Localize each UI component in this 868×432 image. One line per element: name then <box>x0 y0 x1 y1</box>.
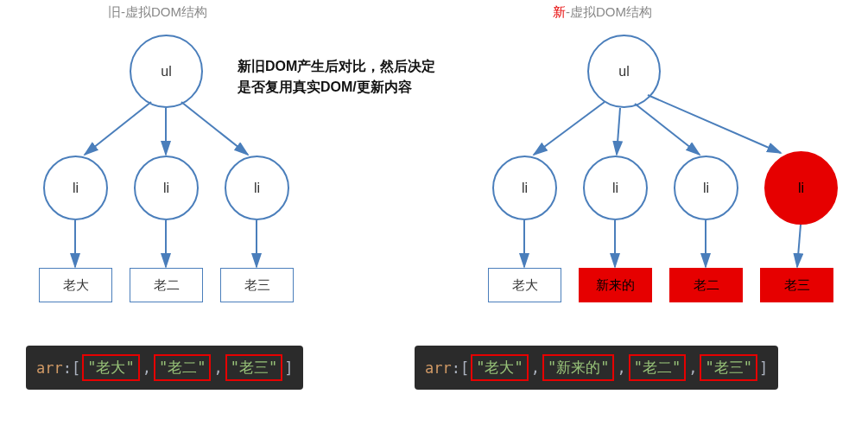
vdom-diff-diagram: 旧-虚拟DOM结构 新-虚拟DOM结构 新旧DOM产生后对比，然后决定 是否复用… <box>0 0 868 432</box>
code-sep: , <box>531 359 540 377</box>
code-sep: , <box>688 359 697 377</box>
old-code-val-1: "老二" <box>154 354 211 381</box>
code-sep: , <box>213 359 222 377</box>
code-open: [ <box>460 359 469 377</box>
old-ul-node: ul <box>130 35 203 108</box>
new-title: 新-虚拟DOM结构 <box>553 4 652 21</box>
new-code-val-3: "老三" <box>700 354 757 381</box>
new-code-val-0: "老大" <box>471 354 528 381</box>
code-sep: , <box>143 359 151 377</box>
new-label-2-changed: 新来的 <box>579 268 652 302</box>
new-li-node-4-added: li <box>764 151 838 225</box>
old-code-val-0: "老大" <box>82 354 139 381</box>
new-label-4-changed: 老三 <box>760 268 833 302</box>
svg-line-0 <box>85 102 151 155</box>
code-colon: : <box>452 359 460 377</box>
old-array-code: arr: ["老大","老二","老三"] <box>26 346 303 390</box>
svg-line-13 <box>797 225 801 267</box>
old-label-3: 老三 <box>220 268 294 302</box>
old-li-node-2: li <box>134 156 199 220</box>
old-title: 旧-虚拟DOM结构 <box>108 4 207 21</box>
code-close: ] <box>759 359 768 377</box>
new-suffix: -虚拟DOM结构 <box>566 4 652 19</box>
new-prefix: 新 <box>553 4 566 19</box>
new-ul-node: ul <box>587 35 661 108</box>
old-label-1: 老大 <box>39 268 112 302</box>
code-sep: , <box>617 359 625 377</box>
code-open: [ <box>72 359 80 377</box>
center-note-line1: 新旧DOM产生后对比，然后决定 <box>238 56 435 77</box>
new-li-node-1: li <box>492 156 557 220</box>
new-array-code: arr: ["老大","新来的","老二","老三"] <box>415 346 778 390</box>
code-key: arr <box>425 359 452 377</box>
new-label-1: 老大 <box>488 268 561 302</box>
code-key: arr <box>36 359 63 377</box>
old-label-2: 老二 <box>130 268 203 302</box>
new-li-node-3: li <box>674 156 738 220</box>
svg-line-6 <box>534 102 605 155</box>
svg-line-8 <box>635 104 700 155</box>
old-li-node-1: li <box>43 156 108 220</box>
old-li-node-3: li <box>225 156 289 220</box>
code-close: ] <box>284 359 293 377</box>
new-label-3-changed: 老二 <box>669 268 743 302</box>
new-li-node-2: li <box>583 156 648 220</box>
old-code-val-2: "老三" <box>225 354 282 381</box>
code-colon: : <box>63 359 72 377</box>
svg-line-2 <box>181 102 248 155</box>
svg-line-7 <box>617 108 620 155</box>
old-suffix: -虚拟DOM结构 <box>121 4 207 19</box>
svg-line-9 <box>648 95 781 153</box>
old-prefix: 旧 <box>108 4 121 19</box>
center-note: 新旧DOM产生后对比，然后决定 是否复用真实DOM/更新内容 <box>238 56 435 98</box>
new-code-val-1: "新来的" <box>542 354 614 381</box>
center-note-line2: 是否复用真实DOM/更新内容 <box>238 77 435 98</box>
new-code-val-2: "老二" <box>629 354 686 381</box>
